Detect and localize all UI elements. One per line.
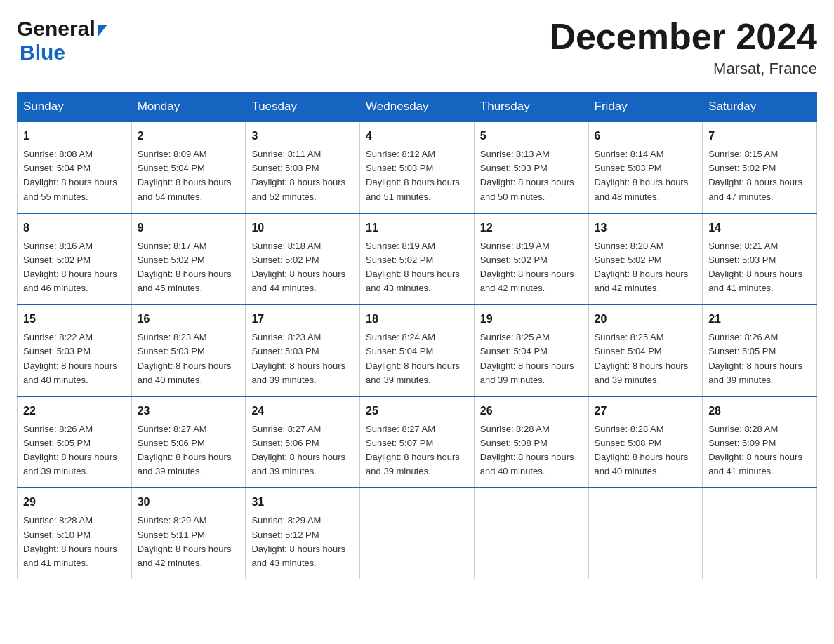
calendar-subtitle: Marsat, France: [549, 60, 817, 78]
calendar-cell: [360, 488, 475, 579]
day-number: 16: [138, 311, 240, 328]
weekday-header-wednesday: Wednesday: [360, 93, 475, 122]
week-row-1: 1 Sunrise: 8:08 AMSunset: 5:04 PMDayligh…: [18, 121, 817, 213]
calendar-cell: [474, 488, 588, 579]
day-info: Sunrise: 8:11 AMSunset: 5:03 PMDaylight:…: [251, 149, 345, 201]
day-info: Sunrise: 8:25 AMSunset: 5:04 PMDaylight:…: [595, 332, 689, 384]
day-number: 29: [23, 494, 126, 511]
day-number: 22: [23, 403, 126, 420]
calendar-cell: 31 Sunrise: 8:29 AMSunset: 5:12 PMDaylig…: [246, 488, 360, 579]
weekday-header-thursday: Thursday: [474, 93, 588, 122]
calendar-cell: 23 Sunrise: 8:27 AMSunset: 5:06 PMDaylig…: [131, 396, 246, 488]
day-number: 31: [251, 494, 354, 511]
day-number: 7: [708, 128, 811, 145]
calendar-cell: 21 Sunrise: 8:26 AMSunset: 5:05 PMDaylig…: [703, 304, 817, 396]
calendar-cell: 10 Sunrise: 8:18 AMSunset: 5:02 PMDaylig…: [246, 213, 360, 305]
day-number: 27: [595, 403, 697, 420]
weekday-header-tuesday: Tuesday: [246, 93, 360, 122]
week-row-2: 8 Sunrise: 8:16 AMSunset: 5:02 PMDayligh…: [18, 213, 817, 305]
calendar-cell: [703, 488, 817, 579]
day-info: Sunrise: 8:17 AMSunset: 5:02 PMDaylight:…: [138, 241, 232, 293]
day-number: 24: [251, 403, 354, 420]
calendar-cell: 16 Sunrise: 8:23 AMSunset: 5:03 PMDaylig…: [131, 304, 246, 396]
day-info: Sunrise: 8:09 AMSunset: 5:04 PMDaylight:…: [138, 149, 232, 201]
calendar-cell: 30 Sunrise: 8:29 AMSunset: 5:11 PMDaylig…: [131, 488, 246, 579]
calendar-cell: 4 Sunrise: 8:12 AMSunset: 5:03 PMDayligh…: [360, 121, 475, 213]
day-info: Sunrise: 8:13 AMSunset: 5:03 PMDaylight:…: [480, 149, 574, 201]
day-number: 30: [138, 494, 240, 511]
day-info: Sunrise: 8:28 AMSunset: 5:09 PMDaylight:…: [708, 424, 802, 476]
day-info: Sunrise: 8:29 AMSunset: 5:11 PMDaylight:…: [138, 515, 232, 568]
day-number: 14: [708, 220, 811, 236]
day-info: Sunrise: 8:20 AMSunset: 5:02 PMDaylight:…: [595, 241, 689, 293]
day-number: 8: [23, 220, 126, 236]
day-number: 19: [480, 311, 583, 328]
day-number: 10: [251, 220, 354, 236]
weekday-header-saturday: Saturday: [703, 93, 817, 122]
weekday-header-monday: Monday: [131, 93, 246, 122]
calendar-cell: 6 Sunrise: 8:14 AMSunset: 5:03 PMDayligh…: [588, 121, 703, 213]
calendar-cell: 17 Sunrise: 8:23 AMSunset: 5:03 PMDaylig…: [246, 304, 360, 396]
calendar-cell: 9 Sunrise: 8:17 AMSunset: 5:02 PMDayligh…: [131, 213, 246, 305]
calendar-title: December 2024: [549, 17, 817, 57]
day-info: Sunrise: 8:26 AMSunset: 5:05 PMDaylight:…: [708, 332, 802, 384]
day-info: Sunrise: 8:18 AMSunset: 5:02 PMDaylight:…: [251, 241, 345, 293]
day-number: 15: [23, 311, 126, 328]
logo-blue: Blue: [20, 41, 65, 65]
day-number: 20: [595, 311, 697, 328]
logo: General Blue: [17, 17, 107, 65]
calendar-cell: 25 Sunrise: 8:27 AMSunset: 5:07 PMDaylig…: [360, 396, 475, 488]
day-number: 13: [595, 220, 697, 236]
day-info: Sunrise: 8:23 AMSunset: 5:03 PMDaylight:…: [138, 332, 232, 384]
day-number: 18: [366, 311, 468, 328]
calendar-cell: 15 Sunrise: 8:22 AMSunset: 5:03 PMDaylig…: [18, 304, 132, 396]
day-info: Sunrise: 8:16 AMSunset: 5:02 PMDaylight:…: [23, 241, 117, 293]
calendar-cell: [588, 488, 703, 579]
day-info: Sunrise: 8:15 AMSunset: 5:02 PMDaylight:…: [708, 149, 802, 201]
day-info: Sunrise: 8:28 AMSunset: 5:08 PMDaylight:…: [595, 424, 689, 476]
title-section: December 2024 Marsat, France: [549, 17, 817, 78]
day-number: 5: [480, 128, 583, 145]
day-info: Sunrise: 8:08 AMSunset: 5:04 PMDaylight:…: [23, 149, 117, 201]
day-number: 21: [708, 311, 811, 328]
weekday-header-sunday: Sunday: [18, 93, 132, 122]
logo-general: General: [17, 17, 95, 41]
calendar-cell: 2 Sunrise: 8:09 AMSunset: 5:04 PMDayligh…: [131, 121, 246, 213]
day-number: 3: [251, 128, 354, 145]
calendar-cell: 18 Sunrise: 8:24 AMSunset: 5:04 PMDaylig…: [360, 304, 475, 396]
day-number: 17: [251, 311, 354, 328]
day-info: Sunrise: 8:29 AMSunset: 5:12 PMDaylight:…: [251, 515, 345, 568]
day-number: 6: [595, 128, 697, 145]
calendar-cell: 28 Sunrise: 8:28 AMSunset: 5:09 PMDaylig…: [703, 396, 817, 488]
calendar-cell: 22 Sunrise: 8:26 AMSunset: 5:05 PMDaylig…: [18, 396, 132, 488]
calendar-cell: 12 Sunrise: 8:19 AMSunset: 5:02 PMDaylig…: [474, 213, 588, 305]
calendar-cell: 29 Sunrise: 8:28 AMSunset: 5:10 PMDaylig…: [18, 488, 132, 579]
day-info: Sunrise: 8:27 AMSunset: 5:06 PMDaylight:…: [251, 424, 345, 476]
calendar-table: SundayMondayTuesdayWednesdayThursdayFrid…: [17, 92, 817, 579]
week-row-3: 15 Sunrise: 8:22 AMSunset: 5:03 PMDaylig…: [18, 304, 817, 396]
calendar-cell: 3 Sunrise: 8:11 AMSunset: 5:03 PMDayligh…: [246, 121, 360, 213]
page-header: General Blue December 2024 Marsat, Franc…: [17, 17, 817, 78]
day-info: Sunrise: 8:27 AMSunset: 5:07 PMDaylight:…: [366, 424, 460, 476]
day-number: 23: [138, 403, 240, 420]
calendar-cell: 20 Sunrise: 8:25 AMSunset: 5:04 PMDaylig…: [588, 304, 703, 396]
calendar-cell: 5 Sunrise: 8:13 AMSunset: 5:03 PMDayligh…: [474, 121, 588, 213]
day-number: 9: [138, 220, 240, 236]
day-info: Sunrise: 8:23 AMSunset: 5:03 PMDaylight:…: [251, 332, 345, 384]
day-info: Sunrise: 8:12 AMSunset: 5:03 PMDaylight:…: [366, 149, 460, 201]
day-info: Sunrise: 8:14 AMSunset: 5:03 PMDaylight:…: [595, 149, 689, 201]
day-number: 28: [708, 403, 811, 420]
day-info: Sunrise: 8:21 AMSunset: 5:03 PMDaylight:…: [708, 241, 802, 293]
day-info: Sunrise: 8:26 AMSunset: 5:05 PMDaylight:…: [23, 424, 117, 476]
day-number: 1: [23, 128, 126, 145]
calendar-cell: 24 Sunrise: 8:27 AMSunset: 5:06 PMDaylig…: [246, 396, 360, 488]
day-info: Sunrise: 8:28 AMSunset: 5:08 PMDaylight:…: [480, 424, 574, 476]
calendar-cell: 26 Sunrise: 8:28 AMSunset: 5:08 PMDaylig…: [474, 396, 588, 488]
day-number: 12: [480, 220, 583, 236]
week-row-4: 22 Sunrise: 8:26 AMSunset: 5:05 PMDaylig…: [18, 396, 817, 488]
calendar-cell: 7 Sunrise: 8:15 AMSunset: 5:02 PMDayligh…: [703, 121, 817, 213]
day-info: Sunrise: 8:19 AMSunset: 5:02 PMDaylight:…: [366, 241, 460, 293]
day-info: Sunrise: 8:19 AMSunset: 5:02 PMDaylight:…: [480, 241, 574, 293]
calendar-cell: 1 Sunrise: 8:08 AMSunset: 5:04 PMDayligh…: [18, 121, 132, 213]
day-info: Sunrise: 8:24 AMSunset: 5:04 PMDaylight:…: [366, 332, 460, 384]
